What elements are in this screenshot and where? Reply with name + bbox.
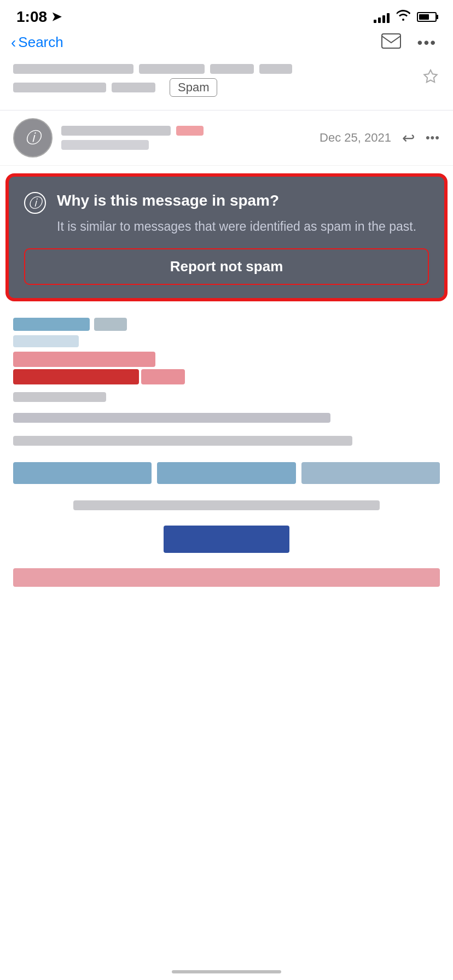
redacted-sender bbox=[13, 64, 133, 74]
redacted-blue-wide-2 bbox=[157, 462, 295, 484]
wifi-icon bbox=[396, 10, 410, 24]
redacted-gray-5 bbox=[73, 500, 380, 510]
content-row-6 bbox=[13, 500, 440, 510]
content-row-5 bbox=[13, 462, 440, 484]
svg-rect-0 bbox=[382, 34, 400, 48]
status-bar: 1:08 ➤ bbox=[0, 0, 453, 30]
spam-banner-title: Why is this message in spam? bbox=[57, 191, 416, 211]
redacted-extra bbox=[210, 64, 254, 74]
redacted-gray-1 bbox=[94, 318, 127, 331]
redacted-gray-3 bbox=[13, 413, 330, 423]
location-arrow-icon: ➤ bbox=[51, 10, 61, 24]
redacted-pink-wide bbox=[13, 568, 440, 587]
back-label: Search bbox=[18, 34, 63, 51]
sender-avatar: ⓘ bbox=[13, 118, 53, 158]
content-row-1 bbox=[13, 318, 440, 384]
redacted-gray-4 bbox=[13, 436, 352, 446]
spam-banner-content: ⓘ Why is this message in spam? It is sim… bbox=[24, 191, 429, 236]
time-display: 1:08 bbox=[16, 8, 47, 26]
redacted-blue-1 bbox=[13, 318, 90, 331]
sender-info bbox=[61, 126, 311, 150]
redacted-dark-blue bbox=[164, 526, 289, 553]
redacted-sender-name bbox=[61, 126, 171, 136]
email-body bbox=[0, 309, 453, 604]
spam-banner-description: It is similar to messages that were iden… bbox=[57, 217, 416, 236]
redacted-small bbox=[259, 64, 292, 74]
mail-icon[interactable] bbox=[381, 32, 401, 53]
content-row-4 bbox=[13, 436, 440, 446]
reply-icon[interactable]: ↩ bbox=[402, 129, 415, 147]
home-indicator bbox=[172, 970, 281, 973]
content-row-3 bbox=[13, 413, 440, 423]
redacted-line2 bbox=[13, 83, 106, 92]
redacted-sender-color bbox=[176, 126, 204, 136]
report-not-spam-button[interactable]: Report not spam bbox=[24, 248, 429, 285]
redacted-subject-part bbox=[139, 64, 205, 74]
redacted-pink bbox=[13, 352, 155, 367]
email-header: Spam bbox=[0, 59, 453, 110]
redacted-red bbox=[13, 369, 139, 384]
content-row-8 bbox=[13, 568, 440, 587]
spam-banner: ⓘ Why is this message in spam? It is sim… bbox=[5, 173, 448, 301]
redacted-blue-wide-1 bbox=[13, 462, 152, 484]
redacted-blue-light bbox=[13, 335, 79, 347]
redacted-blue-wide-3 bbox=[301, 462, 440, 484]
status-time: 1:08 ➤ bbox=[16, 8, 61, 26]
battery-icon bbox=[417, 12, 437, 22]
date-text: Dec 25, 2021 bbox=[320, 131, 391, 145]
content-row-7 bbox=[13, 526, 440, 555]
redacted-line2b bbox=[112, 83, 155, 92]
redacted-gray-2 bbox=[13, 392, 106, 402]
spam-badge: Spam bbox=[170, 78, 217, 97]
back-button[interactable]: ‹ Search bbox=[11, 34, 63, 51]
spam-banner-text: Why is this message in spam? It is simil… bbox=[57, 191, 416, 236]
nav-bar: ‹ Search ••• bbox=[0, 30, 453, 59]
content-row-2 bbox=[13, 392, 440, 402]
back-chevron-icon: ‹ bbox=[11, 34, 16, 51]
more-icon[interactable]: ••• bbox=[426, 131, 440, 145]
email-subheader: ⓘ Dec 25, 2021 ↩ ••• bbox=[0, 110, 453, 166]
redacted-red-2 bbox=[141, 369, 185, 384]
status-icons bbox=[374, 10, 437, 24]
more-options-icon[interactable]: ••• bbox=[417, 34, 437, 51]
spam-info-icon: ⓘ bbox=[24, 192, 46, 214]
star-button[interactable] bbox=[421, 68, 440, 89]
info-icon-gray: ⓘ bbox=[25, 127, 40, 148]
redacted-sender-email bbox=[61, 140, 149, 150]
signal-bars-icon bbox=[374, 11, 390, 23]
